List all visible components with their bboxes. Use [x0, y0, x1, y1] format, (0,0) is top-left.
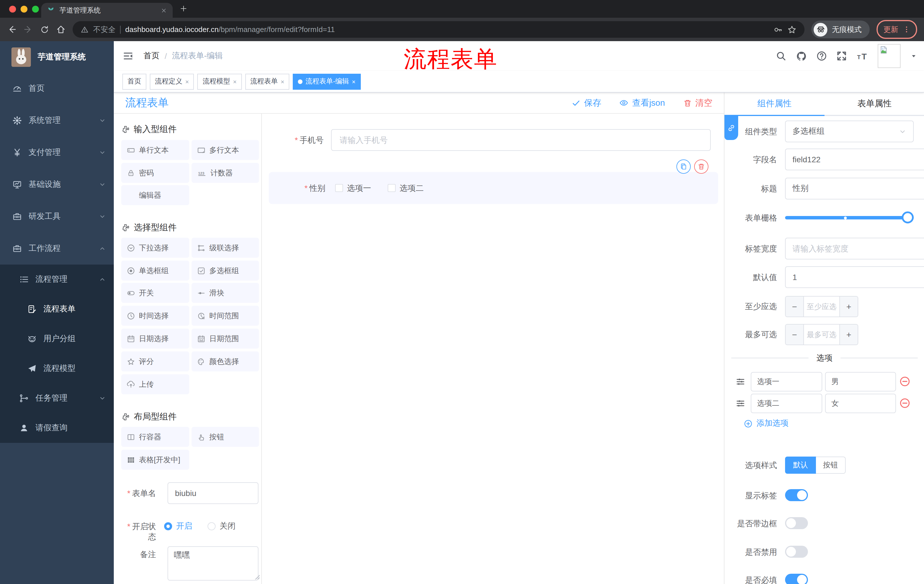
- close-window-button[interactable]: [9, 6, 16, 13]
- browser-tab[interactable]: 芋道管理系统: [41, 3, 173, 18]
- gender-option-2-label[interactable]: 选项二: [400, 183, 424, 193]
- border-toggle[interactable]: [785, 517, 808, 529]
- tag-process-model[interactable]: 流程模型×: [198, 73, 242, 89]
- tag-close-icon[interactable]: ×: [281, 78, 284, 85]
- tag-close-icon[interactable]: ×: [185, 78, 189, 85]
- option-2-value-input[interactable]: [825, 394, 896, 413]
- stepper-increase-button[interactable]: +: [839, 324, 858, 345]
- tag-process-form[interactable]: 流程表单×: [245, 73, 290, 89]
- tab-component-props[interactable]: 组件属性: [724, 92, 825, 115]
- tag-process-definition[interactable]: 流程定义×: [150, 73, 194, 89]
- sidebar-item-infra[interactable]: 基础设施: [0, 169, 114, 201]
- palette-item-row-container[interactable]: 行容器: [121, 427, 189, 447]
- sidebar-item-task-management[interactable]: 任务管理: [0, 383, 114, 413]
- disabled-toggle[interactable]: [785, 546, 808, 558]
- palette-item-button[interactable]: 按钮: [191, 427, 259, 447]
- required-toggle[interactable]: [785, 574, 808, 584]
- drag-handle-icon[interactable]: [736, 377, 745, 386]
- tab-form-props[interactable]: 表单属性: [825, 92, 924, 115]
- fullscreen-icon[interactable]: [837, 51, 847, 61]
- github-icon[interactable]: [796, 51, 807, 61]
- new-tab-button[interactable]: [180, 5, 188, 13]
- title-input[interactable]: [785, 178, 924, 199]
- sidebar-item-workflow[interactable]: 工作流程: [0, 233, 114, 265]
- sidebar-item-user-group[interactable]: 用户分组: [0, 324, 114, 354]
- password-key-icon[interactable]: [774, 25, 783, 34]
- tag-close-icon[interactable]: ×: [233, 78, 237, 85]
- palette-item-time-picker[interactable]: 时间选择: [121, 306, 189, 326]
- sidebar-item-system[interactable]: 系统管理: [0, 105, 114, 137]
- address-bar[interactable]: 不安全 dashboard.yudao.iocoder.cn/bpm/manag…: [73, 21, 805, 38]
- palette-item-switch[interactable]: 开关: [121, 283, 189, 303]
- default-value-input[interactable]: [785, 266, 924, 288]
- style-default-button[interactable]: 默认: [785, 457, 816, 474]
- palette-item-radio-group[interactable]: 单选框组: [121, 261, 189, 281]
- save-button[interactable]: 保存: [572, 97, 601, 108]
- palette-item-color-picker[interactable]: 颜色选择: [191, 351, 259, 372]
- form-remark-textarea[interactable]: 嘿嘿: [168, 546, 259, 581]
- stepper-decrease-button[interactable]: −: [785, 324, 804, 345]
- browser-menu-kebab-icon[interactable]: [903, 26, 910, 33]
- stepper-decrease-button[interactable]: −: [785, 296, 804, 317]
- tag-close-icon[interactable]: ×: [352, 78, 356, 85]
- style-button-button[interactable]: 按钮: [816, 457, 846, 474]
- sidebar-item-home[interactable]: 首页: [0, 72, 114, 105]
- clear-button[interactable]: 清空: [683, 97, 713, 108]
- search-icon[interactable]: [776, 51, 786, 61]
- palette-item-cascader[interactable]: 级联选择: [191, 238, 259, 258]
- window-controls[interactable]: [9, 6, 39, 13]
- sidebar-item-process-form[interactable]: 流程表单: [0, 294, 114, 324]
- phone-field-input[interactable]: [331, 129, 711, 151]
- option-1-label-input[interactable]: [751, 372, 822, 392]
- collapse-sidebar-icon[interactable]: [123, 51, 133, 61]
- label-width-input[interactable]: [785, 238, 924, 260]
- delete-component-button[interactable]: [694, 160, 708, 174]
- caret-down-icon[interactable]: [910, 53, 917, 59]
- add-option-button[interactable]: 添加选项: [744, 418, 789, 429]
- option-1-value-input[interactable]: [825, 372, 896, 392]
- breadcrumb-home[interactable]: 首页: [144, 51, 160, 61]
- bookmark-star-icon[interactable]: [787, 25, 797, 34]
- option-2-label-input[interactable]: [751, 394, 822, 413]
- tag-home[interactable]: 首页: [122, 73, 146, 89]
- form-name-input[interactable]: [168, 482, 259, 504]
- help-icon[interactable]: [817, 51, 827, 61]
- textarea-resize-handle[interactable]: [255, 575, 260, 579]
- grid-slider-handle[interactable]: [902, 211, 914, 224]
- tag-process-form-edit[interactable]: 流程表单-编辑×: [293, 73, 361, 89]
- remove-option-icon[interactable]: [899, 398, 910, 409]
- palette-item-counter[interactable]: 计数器: [191, 163, 259, 183]
- palette-item-time-range[interactable]: 时间范围: [191, 306, 259, 326]
- palette-item-single-line-text[interactable]: 单行文本: [121, 140, 189, 160]
- minimize-window-button[interactable]: [21, 6, 28, 13]
- palette-item-checkbox-group[interactable]: 多选框组: [191, 261, 259, 281]
- palette-item-date-range[interactable]: 日期范围: [191, 329, 259, 349]
- palette-item-upload[interactable]: 上传: [121, 374, 189, 394]
- stepper-increase-button[interactable]: +: [839, 296, 858, 317]
- max-select-input[interactable]: [804, 324, 839, 345]
- sidebar-item-devtools[interactable]: 研发工具: [0, 201, 114, 233]
- status-radio-off[interactable]: 关闭: [208, 521, 236, 531]
- palette-item-editor[interactable]: 编辑器: [121, 185, 189, 205]
- min-select-input[interactable]: [804, 296, 839, 317]
- tab-close-icon[interactable]: [161, 7, 167, 13]
- back-icon[interactable]: [7, 25, 16, 34]
- forward-icon[interactable]: [23, 25, 33, 34]
- palette-item-slider[interactable]: 滑块: [191, 283, 259, 303]
- sidebar-item-process-management[interactable]: 流程管理: [0, 265, 114, 294]
- maximize-window-button[interactable]: [32, 6, 39, 13]
- palette-item-multi-line-text[interactable]: 多行文本: [191, 140, 259, 160]
- component-type-select[interactable]: 多选框组: [785, 120, 914, 142]
- security-label[interactable]: 不安全: [93, 24, 116, 35]
- palette-item-table[interactable]: 表格[开发中]: [121, 450, 189, 470]
- palette-item-select[interactable]: 下拉选择: [121, 238, 189, 258]
- update-browser-button[interactable]: 更新: [876, 20, 917, 39]
- gender-option-1-label[interactable]: 选项一: [347, 183, 371, 193]
- palette-item-password[interactable]: 密码: [121, 163, 189, 183]
- font-size-icon[interactable]: [856, 51, 868, 61]
- avatar[interactable]: [878, 44, 901, 68]
- gender-checkbox-1[interactable]: [335, 184, 343, 192]
- view-json-button[interactable]: 查看json: [620, 97, 665, 108]
- sidebar-item-payment[interactable]: 支付管理: [0, 137, 114, 169]
- home-icon[interactable]: [56, 25, 66, 34]
